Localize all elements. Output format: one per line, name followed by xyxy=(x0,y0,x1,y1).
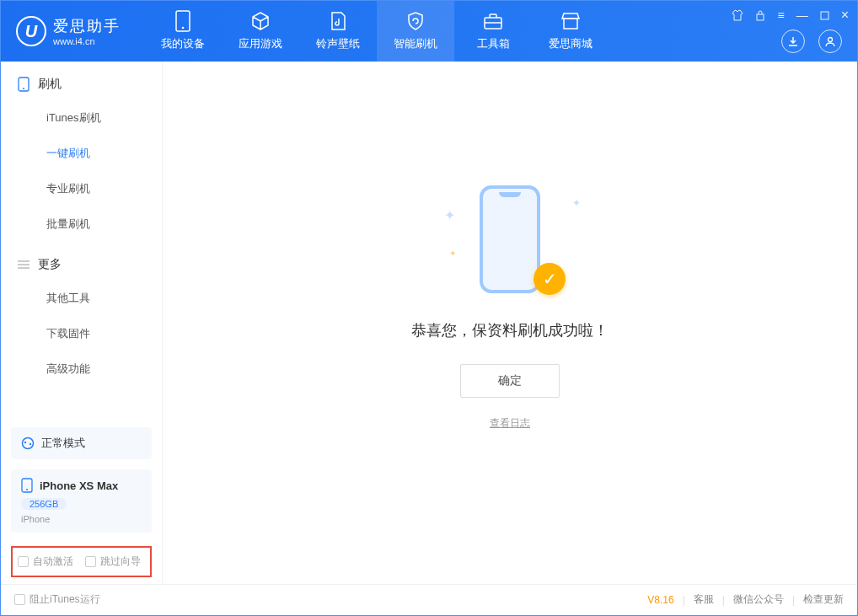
shield-refresh-icon xyxy=(405,11,426,31)
music-file-icon xyxy=(328,11,348,31)
svg-point-17 xyxy=(26,489,28,490)
device-type: iPhone xyxy=(21,514,142,524)
store-icon xyxy=(560,11,581,31)
sidebar-item-advanced[interactable]: 高级功能 xyxy=(1,351,162,387)
version-label: V8.16 xyxy=(647,594,673,606)
close-icon[interactable]: × xyxy=(841,8,849,23)
sidebar-section-more: 更多 xyxy=(1,242,162,281)
titlebar-controls: ≡ — × xyxy=(732,8,849,23)
sidebar-item-pro-flash[interactable]: 专业刷机 xyxy=(1,171,162,206)
device-card[interactable]: iPhone XS Max 256GB iPhone xyxy=(11,469,152,533)
checkbox-skip-guide[interactable]: 跳过向导 xyxy=(85,554,141,569)
svg-rect-5 xyxy=(757,14,764,20)
brand-subtitle: www.i4.cn xyxy=(53,36,121,46)
footer-link-wechat[interactable]: 微信公众号 xyxy=(733,592,784,607)
minimize-icon[interactable]: — xyxy=(796,8,808,22)
view-log-link[interactable]: 查看日志 xyxy=(490,416,530,431)
list-icon xyxy=(18,260,29,270)
nav-apps-games[interactable]: 应用游戏 xyxy=(222,1,299,62)
nav-toolbox[interactable]: 工具箱 xyxy=(454,1,532,62)
phone-illustration-icon xyxy=(480,185,540,293)
nav-my-device[interactable]: 我的设备 xyxy=(144,1,222,62)
logo-area: U 爱思助手 www.i4.cn xyxy=(1,16,136,46)
mode-icon xyxy=(21,437,35,450)
header: U 爱思助手 www.i4.cn 我的设备 应用游戏 铃声壁纸 智能刷机 工具箱 xyxy=(1,1,857,62)
footer-link-support[interactable]: 客服 xyxy=(694,592,714,607)
device-name: iPhone XS Max xyxy=(40,479,118,492)
sidebar: 刷机 iTunes刷机 一键刷机 专业刷机 批量刷机 更多 其他工具 下载固件 … xyxy=(1,62,163,584)
svg-point-13 xyxy=(23,438,34,449)
shirt-icon[interactable] xyxy=(732,9,743,21)
nav-i4-store[interactable]: 爱思商城 xyxy=(532,1,609,62)
sidebar-item-one-click-flash[interactable]: 一键刷机 xyxy=(1,136,162,171)
logo-icon: U xyxy=(16,16,46,46)
toolbox-icon xyxy=(483,11,503,31)
menu-icon[interactable]: ≡ xyxy=(777,8,784,22)
sparkle-icon: ✦ xyxy=(572,197,581,209)
main-nav: 我的设备 应用游戏 铃声壁纸 智能刷机 工具箱 爱思商城 xyxy=(144,1,609,62)
cube-icon xyxy=(250,11,271,31)
nav-ringtones-wallpapers[interactable]: 铃声壁纸 xyxy=(299,1,377,62)
checkbox-block-itunes[interactable]: 阻止iTunes运行 xyxy=(14,592,100,607)
checkbox-auto-activate[interactable]: 自动激活 xyxy=(18,554,73,569)
svg-rect-6 xyxy=(821,12,829,19)
svg-rect-4 xyxy=(564,19,577,29)
sidebar-item-other-tools[interactable]: 其他工具 xyxy=(1,281,162,316)
footer: 阻止iTunes运行 V8.16 | 客服 | 微信公众号 | 检查更新 xyxy=(1,584,857,614)
sidebar-section-flash: 刷机 xyxy=(1,62,162,100)
sidebar-item-download-firmware[interactable]: 下载固件 xyxy=(1,316,162,351)
main-content: ✦ ✦ ✦ ✓ 恭喜您，保资料刷机成功啦！ 确定 查看日志 xyxy=(163,62,857,584)
svg-point-15 xyxy=(29,443,31,445)
maximize-icon[interactable] xyxy=(820,11,829,20)
svg-point-1 xyxy=(182,27,185,29)
svg-point-9 xyxy=(23,88,24,89)
footer-link-check-update[interactable]: 检查更新 xyxy=(803,592,844,607)
nav-smart-flash[interactable]: 智能刷机 xyxy=(377,1,454,62)
user-button[interactable] xyxy=(818,29,842,53)
phone-icon xyxy=(18,77,29,92)
lock-icon[interactable] xyxy=(755,9,765,21)
device-icon xyxy=(173,11,193,31)
device-phone-icon xyxy=(21,478,33,493)
success-illustration: ✦ ✦ ✦ ✓ xyxy=(459,182,560,300)
success-message: 恭喜您，保资料刷机成功啦！ xyxy=(411,320,609,340)
brand-title: 爱思助手 xyxy=(53,16,121,36)
mode-label: 正常模式 xyxy=(41,436,85,451)
svg-point-14 xyxy=(24,442,26,443)
options-highlighted-row: 自动激活 跳过向导 xyxy=(11,546,152,577)
sidebar-item-itunes-flash[interactable]: iTunes刷机 xyxy=(1,100,162,136)
sparkle-icon: ✦ xyxy=(449,249,456,258)
sparkle-icon: ✦ xyxy=(444,207,455,223)
device-capacity-badge: 256GB xyxy=(21,498,67,510)
check-badge-icon: ✓ xyxy=(534,263,566,295)
sidebar-item-batch-flash[interactable]: 批量刷机 xyxy=(1,206,162,242)
ok-button[interactable]: 确定 xyxy=(460,364,560,398)
download-button[interactable] xyxy=(781,29,805,53)
mode-card[interactable]: 正常模式 xyxy=(11,427,152,459)
svg-point-7 xyxy=(829,38,833,42)
